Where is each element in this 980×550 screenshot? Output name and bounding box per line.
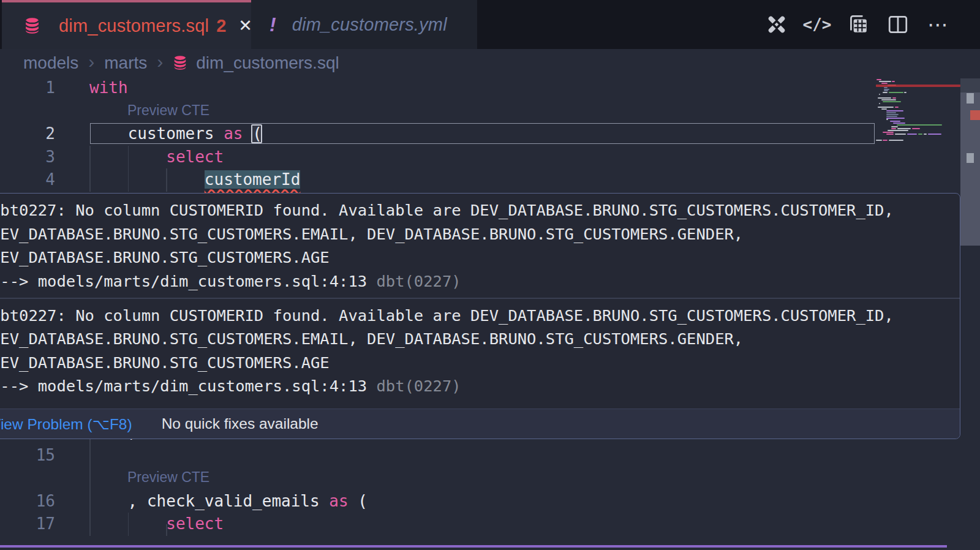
error-message-line: DEV_DATABASE.BRUNO.STG_CUSTOMERS.EMAIL, … — [0, 327, 955, 351]
minimap-line — [878, 97, 891, 99]
minimap-line — [876, 79, 881, 80]
minimap-line — [884, 87, 888, 88]
error-message-line: DEV_DATABASE.BRUNO.STG_CUSTOMERS.AGE — [0, 246, 955, 269]
tab-active-label: dim_customers.sql — [59, 16, 209, 36]
code-line[interactable]: 1with — [0, 77, 876, 100]
minimap-line — [886, 134, 894, 135]
minimap-line — [883, 140, 888, 141]
query-results-icon[interactable] — [845, 12, 870, 37]
minimap-line — [889, 140, 903, 141]
minimap-line — [888, 130, 908, 131]
error-source-code[interactable]: dbt(0227) — [367, 377, 461, 395]
code-lens-preview-cte[interactable]: Preview CTE — [127, 469, 209, 486]
ruler-decoration — [967, 93, 974, 104]
minimap-line — [881, 108, 887, 110]
code-line[interactable]: 2 customers as ( — [0, 122, 876, 146]
minimap-line — [891, 128, 896, 129]
minimap-line — [881, 99, 896, 100]
minimap-line — [886, 119, 888, 120]
error-message-line: DEV_DATABASE.BRUNO.STG_CUSTOMERS.EMAIL, … — [0, 222, 955, 246]
code-text: customerId — [89, 168, 300, 192]
editor-window: dim_customers.sql 2 ✕ ! dim_customers.ym… — [0, 0, 980, 550]
minimap-line — [890, 121, 900, 122]
minimap-line — [888, 85, 896, 86]
breadcrumb-marts[interactable]: marts — [104, 53, 147, 73]
minimap-line — [884, 90, 888, 91]
minimap-line — [904, 92, 907, 93]
breadcrumb-models[interactable]: models — [23, 53, 78, 73]
editor-toolbar: </> ⋯ — [764, 0, 951, 49]
minimap-line — [918, 134, 922, 135]
error-message-line: dbt0227: No column CUSTOMERID found. Ava… — [0, 198, 955, 222]
error-source-code[interactable]: dbt(0227) — [367, 272, 461, 290]
code-line[interactable]: 15 — [0, 444, 876, 467]
minimap-line — [883, 92, 888, 93]
minimap-line — [886, 114, 899, 115]
database-icon — [173, 55, 187, 71]
error-message-line: dbt0227: No column CUSTOMERID found. Ava… — [0, 304, 955, 328]
minimap-line — [886, 116, 897, 117]
line-number[interactable]: 15 — [0, 444, 55, 467]
ruler-decoration — [967, 153, 974, 163]
line-number[interactable]: 16 — [0, 490, 55, 513]
error-identifier[interactable]: customerId — [205, 170, 301, 189]
minimap-line — [881, 83, 888, 84]
more-actions-icon[interactable]: ⋯ — [926, 12, 951, 37]
code-lens-row[interactable]: Preview CTE — [0, 100, 876, 123]
view-problem-link[interactable]: View Problem (⌥F8) — [0, 415, 132, 433]
error-location-line: --> models/marts/dim_customers.sql:4:13 … — [0, 374, 955, 398]
tab-modified-badge: 2 — [216, 16, 226, 36]
line-number[interactable]: 2 — [0, 122, 55, 146]
minimap-line — [889, 92, 903, 93]
error-location-line: --> models/marts/dim_customers.sql:4:13 … — [0, 269, 955, 293]
no-quick-fixes-label: No quick fixes available — [162, 415, 318, 432]
tab-dim-customers-sql[interactable]: dim_customers.sql 2 ✕ — [2, 0, 251, 49]
minimap-line — [879, 81, 891, 82]
breadcrumb-file[interactable]: dim_customers.sql — [196, 53, 339, 73]
minimap-line — [897, 124, 942, 126]
minimap-line — [897, 128, 911, 129]
tab-bar: dim_customers.sql 2 ✕ ! dim_customers.ym… — [0, 0, 980, 49]
scrollbar-overview-ruler[interactable] — [960, 77, 980, 550]
minimap-line — [892, 97, 896, 99]
code-lens-row[interactable]: Preview CTE — [0, 467, 876, 490]
minimap-line — [928, 134, 941, 135]
minimap-line — [876, 140, 882, 141]
hover-message-divider — [0, 298, 960, 299]
ruler-decoration — [970, 110, 980, 120]
line-number[interactable]: 1 — [0, 77, 55, 100]
database-icon — [24, 17, 40, 35]
code-text: with — [89, 77, 128, 100]
code-line[interactable]: 4 customerId — [0, 168, 876, 192]
line-number[interactable]: 3 — [0, 146, 55, 169]
line-number[interactable]: 17 — [0, 513, 55, 536]
minimap-line — [891, 126, 898, 127]
compile-code-icon[interactable]: </> — [805, 12, 829, 37]
close-icon[interactable]: ✕ — [238, 16, 252, 36]
code-line[interactable]: 17 select — [0, 513, 876, 536]
minimap-line — [895, 107, 899, 108]
chevron-right-icon: › — [88, 51, 94, 72]
text-cursor — [251, 124, 262, 143]
split-editor-icon[interactable] — [886, 12, 910, 37]
minimap-line — [893, 122, 905, 124]
code-text: customers as ( — [89, 122, 262, 146]
minimap-line — [879, 103, 880, 104]
error-hover-widget: dbt0227: No column CUSTOMERID found. Ava… — [0, 193, 960, 439]
minimap-line — [883, 132, 894, 133]
tab-dim-customers-yml[interactable]: ! dim_customers.yml — [251, 0, 477, 49]
code-lens-preview-cte[interactable]: Preview CTE — [127, 102, 209, 119]
minimap-line — [878, 107, 894, 108]
error-message-block: dbt0227: No column CUSTOMERID found. Ava… — [0, 198, 955, 293]
indent-guide — [89, 467, 91, 490]
code-text: select — [89, 146, 224, 169]
minimap-line — [912, 128, 920, 129]
minimap-line — [883, 101, 901, 102]
ruler-decoration — [960, 78, 980, 92]
code-line[interactable]: 16 , check_valid_emails as ( — [0, 490, 876, 513]
code-text: select — [89, 513, 224, 536]
dbt-logo-icon[interactable] — [764, 12, 789, 37]
error-message-line: DEV_DATABASE.BRUNO.STG_CUSTOMERS.AGE — [0, 351, 955, 375]
line-number[interactable]: 4 — [0, 168, 55, 192]
code-line[interactable]: 3 select — [0, 146, 876, 169]
